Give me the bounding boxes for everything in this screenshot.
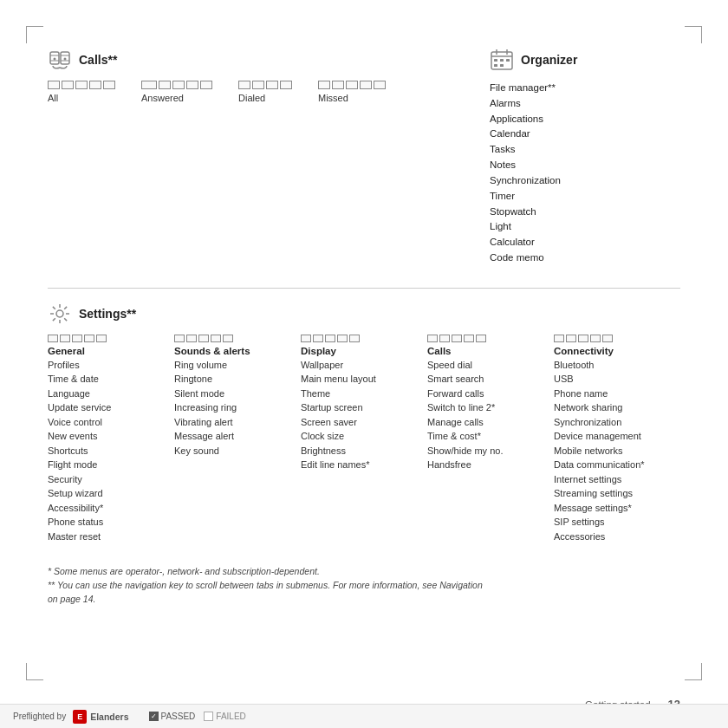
tab-all[interactable]: All (48, 81, 115, 103)
svg-rect-16 (500, 64, 504, 67)
failed-label: FAILED (216, 712, 245, 721)
col-rect (602, 335, 613, 342)
svg-rect-15 (494, 64, 497, 67)
col-rect (72, 335, 82, 342)
preflight-logo: E Elanders (73, 710, 128, 724)
list-item: Increasing ring (174, 400, 294, 415)
list-item: Clock size (301, 429, 420, 444)
organizer-item: Calculator (490, 235, 680, 250)
tab-answered-label: Answered (141, 93, 184, 103)
preflight-label: Preflighted by (13, 712, 66, 721)
col-sounds-graphic (174, 335, 294, 342)
list-item: Brightness (301, 444, 420, 458)
list-item: USB (554, 372, 673, 387)
col-rect (223, 335, 233, 342)
col-rect (84, 335, 94, 342)
tab-rect (332, 81, 344, 89)
list-item: Time & cost* (427, 429, 547, 444)
organizer-list: File manager** Alarms Applications Calen… (490, 81, 680, 266)
list-item: Accessories (554, 530, 673, 544)
organizer-item: File manager** (490, 81, 680, 96)
list-item: Message alert (174, 429, 294, 444)
col-rect (96, 335, 107, 342)
col-rect (301, 335, 311, 342)
status-passed: ✓ PASSED (149, 712, 196, 721)
calls-icon-svg (49, 49, 71, 71)
footnote-line2: ** You can use the navigation key to scr… (48, 579, 680, 593)
list-item: Show/hide my no. (427, 444, 547, 458)
organizer-item: Synchronization (490, 173, 680, 189)
tab-rect (318, 81, 330, 89)
section-divider (48, 288, 680, 289)
col-sounds-header: Sounds & alerts (174, 346, 294, 356)
svg-rect-12 (494, 59, 497, 62)
list-item: Voice control (48, 415, 167, 430)
tab-rect (346, 81, 358, 89)
list-item: Silent mode (174, 387, 294, 401)
col-rect (476, 335, 486, 342)
col-calls-header: Calls (427, 346, 547, 356)
col-rect (590, 335, 601, 342)
preflight-status: ✓ PASSED FAILED (149, 712, 246, 721)
col-rect (60, 335, 70, 342)
tab-answered[interactable]: Answered (141, 81, 212, 103)
organizer-header: Organizer (490, 48, 680, 72)
col-rect (464, 335, 474, 342)
calls-header: Calls** (48, 48, 386, 72)
list-item: Edit line names* (301, 458, 420, 472)
settings-col-connectivity: Connectivity Bluetooth USB Phone name Ne… (554, 335, 680, 544)
col-rect (439, 335, 450, 342)
list-item: Device management (554, 429, 673, 444)
list-item: Forward calls (427, 387, 547, 401)
list-item: Ring volume (174, 358, 294, 373)
col-sounds-items: Ring volume Ringtone Silent mode Increas… (174, 358, 294, 458)
list-item: Screen saver (301, 415, 420, 430)
calls-tabs: All Answered (48, 81, 386, 103)
settings-section: Settings** General Profiles Time & (48, 302, 680, 607)
list-item: Synchronization (554, 415, 673, 430)
col-rect (566, 335, 576, 342)
svg-point-7 (64, 58, 67, 61)
list-item: Streaming settings (554, 486, 673, 501)
tab-rect (141, 81, 157, 89)
tab-dialed-label: Dialed (238, 93, 265, 103)
list-item: Flight mode (48, 458, 167, 472)
page: Calls** All (0, 0, 728, 728)
tab-missed[interactable]: Missed (318, 81, 386, 103)
corner-mark-tr (685, 26, 702, 43)
col-general-items: Profiles Time & date Language Update ser… (48, 358, 167, 544)
tab-rect (186, 81, 198, 89)
organizer-item: Calendar (490, 127, 680, 142)
col-rect (325, 335, 335, 342)
col-rect (313, 335, 323, 342)
main-content: Calls** All (48, 48, 680, 659)
settings-icon-svg (49, 302, 71, 325)
list-item: Shortcuts (48, 444, 167, 458)
corner-mark-tl (26, 26, 43, 43)
list-item: Handsfree (427, 458, 547, 472)
settings-icon (48, 302, 72, 326)
list-item: Update service (48, 400, 167, 415)
settings-title: Settings** (79, 307, 136, 321)
tab-rect (374, 81, 386, 89)
svg-point-17 (56, 310, 63, 317)
list-item: Bluetooth (554, 358, 673, 373)
organizer-icon (490, 48, 514, 72)
col-connectivity-header: Connectivity (554, 346, 673, 356)
list-item: Key sound (174, 444, 294, 458)
organizer-item: Alarms (490, 96, 680, 112)
elanders-icon: E (73, 710, 87, 724)
list-item: New events (48, 429, 167, 444)
list-item: Setup wizard (48, 486, 167, 501)
col-rect (578, 335, 588, 342)
col-general-header: General (48, 346, 167, 356)
list-item: Main menu layout (301, 372, 420, 387)
list-item: Security (48, 472, 167, 487)
list-item: Time & date (48, 372, 167, 387)
tab-rect (75, 81, 88, 89)
footnote-line1: * Some menus are operator-, network- and… (48, 565, 680, 579)
corner-mark-br (685, 663, 702, 680)
tab-dialed[interactable]: Dialed (238, 81, 292, 103)
tab-rect (266, 81, 278, 89)
list-item: Wallpaper (301, 358, 420, 373)
